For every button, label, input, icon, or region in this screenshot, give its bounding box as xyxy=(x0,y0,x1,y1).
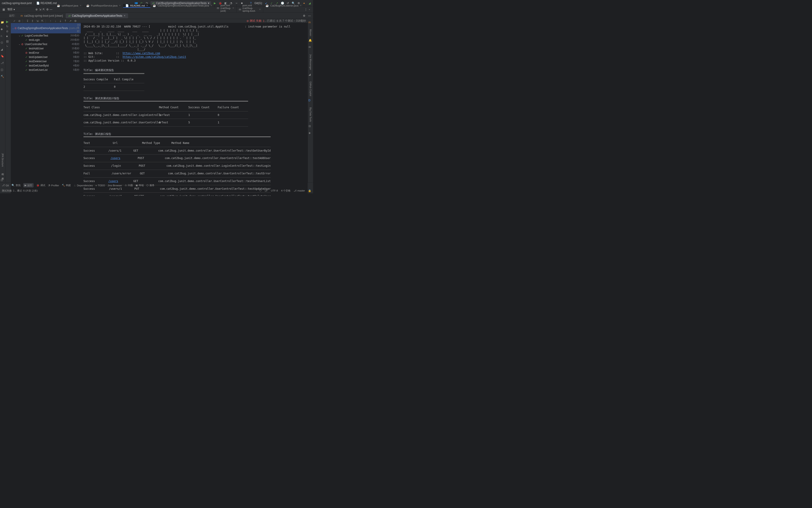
sort-asc-icon[interactable]: ↧ xyxy=(26,19,29,23)
terminal-tool[interactable]: ▣ 终端 xyxy=(136,184,144,187)
more-icon[interactable]: ⚙ xyxy=(74,19,77,23)
git-link[interactable]: https://gitee.com/cat2bug/cat2bug-junit xyxy=(123,55,186,58)
tree-item[interactable]: ✓testDeleteUser7毫秒 xyxy=(11,59,81,64)
close-icon[interactable]: ✕ xyxy=(146,4,148,7)
bookmarks-tool-icon[interactable]: 🔖 xyxy=(1,54,5,59)
target-icon[interactable]: ⊕ xyxy=(35,8,38,11)
deps-tool[interactable]: ⛬ Dependencies xyxy=(74,184,93,187)
panel-icon[interactable]: ▫ xyxy=(308,8,311,11)
chevron-down-icon[interactable]: ⌄ xyxy=(12,27,14,30)
branch[interactable]: ⎇ master xyxy=(294,189,305,192)
rerun-failed-icon[interactable]: ↻ xyxy=(6,25,10,29)
build-tool-icon[interactable]: 🔨 xyxy=(1,75,5,79)
layout-icon[interactable]: ▤ xyxy=(6,40,10,44)
close-icon[interactable]: ✕ xyxy=(124,14,125,17)
bdt-label[interactable]: Big Data Tools xyxy=(309,108,312,122)
rerun-icon[interactable]: ▶ xyxy=(6,20,10,24)
copilot-label[interactable]: GitHub Copilot xyxy=(309,81,312,96)
git-tool[interactable]: ⎇ Git xyxy=(2,184,9,187)
branch-tool-icon[interactable]: ⎇ xyxy=(1,61,5,66)
close-icon[interactable]: ✕ xyxy=(232,7,234,9)
services-tool[interactable]: ⬡ 服务 xyxy=(146,184,155,187)
tree-item[interactable]: ✓testLogin269毫秒 xyxy=(11,38,81,42)
copilot-icon[interactable]: ◢ xyxy=(308,1,311,5)
chevron-down-icon[interactable]: ⌄ xyxy=(18,34,20,37)
jms-label[interactable]: Jms Messenger xyxy=(309,54,312,70)
lock-icon[interactable]: 🔒 xyxy=(308,189,311,192)
close-icon[interactable]: ✕ xyxy=(210,4,212,7)
jms-icon[interactable]: ✉ xyxy=(308,46,313,50)
notifications-icon[interactable]: 🔔 xyxy=(308,39,313,43)
tree-item[interactable]: ⊘testError9毫秒 xyxy=(11,50,81,55)
commit-tool-icon[interactable]: ◆ xyxy=(1,28,5,32)
project-icon[interactable]: ▦ xyxy=(2,8,5,11)
url-link[interactable]: /users xyxy=(111,157,120,160)
url-link[interactable]: /users xyxy=(109,179,118,183)
editor-tab[interactable]: ☕Cat2BugRunListener.java✕ xyxy=(263,4,304,7)
tree-item[interactable]: ⌄⊘UserControllerTest49毫秒 xyxy=(11,42,81,46)
indent[interactable]: 4 个空格 xyxy=(281,189,291,193)
close-icon[interactable]: ✕ xyxy=(119,4,121,7)
hide-icon[interactable]: — xyxy=(49,8,53,11)
tree-item[interactable]: ✓testGetUserById4毫秒 xyxy=(11,64,81,68)
console-output[interactable]: 2024-05-30 15:22:02.150 WARN 70027 --- [… xyxy=(81,23,308,196)
run-tab-clean[interactable]: m cat2bug-spring-boot-junit [clean] xyxy=(18,13,66,18)
find-tool[interactable]: 🔍 查找 xyxy=(11,184,20,187)
import-icon[interactable]: ⤒ xyxy=(63,19,67,23)
shield-icon[interactable]: 🛡 xyxy=(259,189,262,192)
expand-all-icon[interactable]: ⇲ xyxy=(36,19,39,23)
more-tools-icon[interactable]: ⊡ xyxy=(1,178,5,182)
stop-icon[interactable]: ■ xyxy=(6,35,10,39)
editor-tab[interactable]: ☕PushReportService.java✕ xyxy=(84,4,123,7)
minimize-icon[interactable]: — xyxy=(308,14,311,17)
close-icon[interactable]: ✕ xyxy=(300,4,302,7)
prev-icon[interactable]: ↑ xyxy=(49,19,52,23)
chevron-down-icon[interactable]: ⌄ xyxy=(18,43,20,45)
db-tool-icon[interactable]: ◫ xyxy=(1,68,5,72)
next-icon[interactable]: ↓ xyxy=(54,19,57,23)
breadcrumb-project[interactable]: cat2bug-spring-boot-junit xyxy=(2,2,32,5)
close-icon[interactable]: ✕ xyxy=(259,8,261,11)
copilot-tool-icon[interactable]: ◢ xyxy=(1,48,5,52)
tree-item[interactable]: ⌄✓LoginControllerTest269毫秒 xyxy=(11,33,81,38)
project-button[interactable]: 项目 ▾ xyxy=(5,7,17,12)
expand-icon[interactable]: ⇲ xyxy=(38,8,42,11)
structure-tool-icon[interactable]: ⌬ xyxy=(1,41,5,45)
diagram-icon[interactable]: ◈ xyxy=(308,131,313,135)
tree-item[interactable]: ✓testUpdateUser9毫秒 xyxy=(11,55,81,59)
collapse-icon[interactable]: ⇱ xyxy=(42,8,46,11)
editor-tab[interactable]: 📄README.md✕ xyxy=(123,4,151,8)
settings-icon[interactable]: ⚙ xyxy=(302,14,306,17)
endpoint-icon[interactable]: ⊟ xyxy=(308,125,313,129)
jms-tool[interactable]: Jms Browser xyxy=(108,184,122,187)
project-tool-icon[interactable]: 📁 xyxy=(1,21,5,25)
gear-icon[interactable]: ⚙ xyxy=(46,8,49,11)
maven-label[interactable]: Maven xyxy=(309,29,312,36)
editor-tab[interactable]: ☕ushReport.java✕ xyxy=(54,4,84,7)
open-icon[interactable]: ↗ xyxy=(69,19,72,23)
sort-desc-icon[interactable]: ↥ xyxy=(31,19,34,23)
tree-root[interactable]: ⌄ ⊘ Cat2bugSpringBootDemoApplicationTest… xyxy=(11,23,81,33)
debug-tool[interactable]: 🐞 调试 xyxy=(36,184,45,187)
pull-tool-icon[interactable]: ⎌ xyxy=(1,34,5,38)
editor-tab[interactable]: ☕Cat2bugSpringBootDemoApplicationTests.j… xyxy=(151,4,214,7)
website-link[interactable]: https://www.cat2bug.com xyxy=(123,52,160,55)
maven-icon[interactable]: m xyxy=(308,21,313,25)
run-tab-tests[interactable]: ⇄ Cat2bugSpringBootDemoApplicationTests … xyxy=(66,13,128,18)
toggle-icon[interactable]: ⊘ xyxy=(6,30,10,34)
jpa-structure-label[interactable]: JPA Structure xyxy=(1,153,4,167)
copilot-right-icon[interactable]: ◢ xyxy=(308,73,313,77)
encoding[interactable]: UTF-8 xyxy=(271,189,278,192)
close-icon[interactable]: ✕ xyxy=(80,4,81,7)
todo-tool[interactable]: ≡ TODO xyxy=(95,184,105,187)
test-tree[interactable]: ⌄ ⊘ Cat2bugSpringBootDemoApplicationTest… xyxy=(11,23,81,196)
editor-tab[interactable]: mpom.xml (cat2bug-junit)✕ xyxy=(215,4,237,12)
run-tool[interactable]: ▶ 运行 xyxy=(23,183,34,187)
export-icon[interactable]: ⤓ xyxy=(59,19,62,23)
filter-pass-icon[interactable]: ⊘ xyxy=(17,19,21,23)
build-tool[interactable]: 🔨 构建 xyxy=(62,184,71,187)
profiler-tool[interactable]: ◔ Profiler xyxy=(48,184,59,187)
problems-tool[interactable]: ⚠ 问题 xyxy=(125,184,133,187)
exit-icon[interactable]: ⤷ xyxy=(6,45,10,49)
tree-item[interactable]: ✓testAddUser15毫秒 xyxy=(11,46,81,50)
